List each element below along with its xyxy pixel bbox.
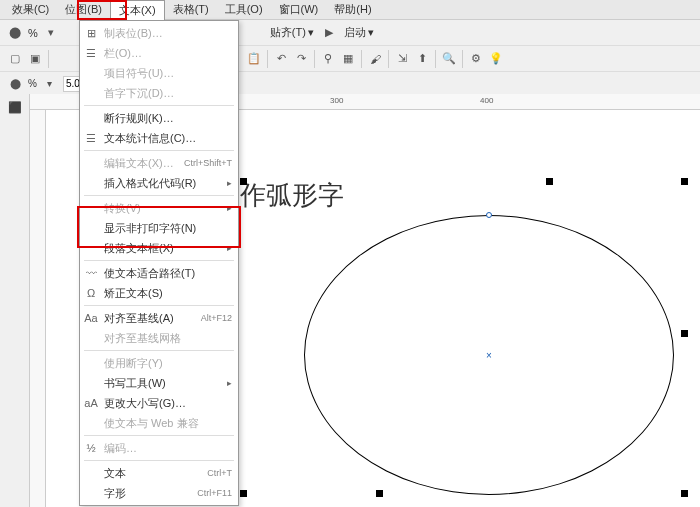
selection-handle[interactable] (681, 330, 688, 337)
menu-item-label: 插入格式化代码(R) (104, 176, 196, 191)
pct-icon[interactable]: ⬤ (6, 24, 24, 42)
redo-icon[interactable]: ↷ (292, 50, 310, 68)
menu-item-label: 使用断字(Y) (104, 356, 163, 371)
menu-item: ☰栏(O)… (80, 43, 238, 63)
menu-effects[interactable]: 效果(C) (4, 0, 57, 19)
menu-item[interactable]: 字形Ctrl+F11 (80, 483, 238, 503)
menu-item: 首字下沉(D)… (80, 83, 238, 103)
menu-table[interactable]: 表格(T) (165, 0, 217, 19)
menu-item: 转换(V)▸ (80, 198, 238, 218)
menu-item[interactable]: ☰文本统计信息(C)… (80, 128, 238, 148)
paste-icon[interactable]: 📋 (245, 50, 263, 68)
menu-shortcut: Ctrl+Shift+T (184, 158, 232, 168)
ellipse-node[interactable] (486, 212, 492, 218)
menu-item-label: 转换(V) (104, 201, 141, 216)
snap-dropdown[interactable]: 贴齐(T) ▾ (268, 25, 316, 40)
menu-tools[interactable]: 工具(O) (217, 0, 271, 19)
menubar: 效果(C) 位图(B) 文本(X) 表格(T) 工具(O) 窗口(W) 帮助(H… (0, 0, 700, 20)
menu-item-label: 矫正文本(S) (104, 286, 163, 301)
menu-item[interactable]: 插入格式化代码(R)▸ (80, 173, 238, 193)
menu-item-icon: ☰ (84, 132, 98, 145)
menu-shortcut: Ctrl+T (207, 468, 232, 478)
selection-handle[interactable] (376, 490, 383, 497)
menu-item[interactable]: aA更改大小写(G)… (80, 393, 238, 413)
menu-item-icon: 〰 (84, 267, 98, 279)
menu-item-label: 项目符号(U)… (104, 66, 174, 81)
text-menu-dropdown: ⊞制表位(B)…☰栏(O)…项目符号(U)…首字下沉(D)…断行规则(K)…☰文… (79, 20, 239, 506)
undo-icon[interactable]: ↶ (272, 50, 290, 68)
menu-item-label: 编辑文本(X)… (104, 156, 174, 171)
caret-icon: ▾ (308, 26, 314, 39)
snap-label: 贴齐(T) (270, 25, 306, 40)
selection-handle[interactable] (546, 178, 553, 185)
menu-item-icon: ½ (84, 442, 98, 454)
menu-item-label: 制表位(B)… (104, 26, 163, 41)
zoom-icon[interactable]: 🔍 (440, 50, 458, 68)
menu-item-label: 首字下沉(D)… (104, 86, 174, 101)
menu-item-label: 栏(O)… (104, 46, 142, 61)
ellipse-center: × (486, 350, 492, 361)
tool-icon[interactable]: ▣ (26, 50, 44, 68)
canvas-text-object[interactable]: 作弧形字 (240, 178, 344, 213)
submenu-arrow-icon: ▸ (227, 203, 232, 213)
menu-item: 对齐至基线网格 (80, 328, 238, 348)
pct-label: % (28, 78, 37, 89)
selection-handle[interactable] (681, 490, 688, 497)
menu-item-label: 段落文本框(X) (104, 241, 174, 256)
options-icon[interactable]: ⚙ (467, 50, 485, 68)
ruler-tick: 400 (480, 96, 493, 105)
menu-item[interactable]: 〰使文本适合路径(T) (80, 263, 238, 283)
export-icon[interactable]: ⇲ (393, 50, 411, 68)
menu-item-label: 对齐至基线(A) (104, 311, 174, 326)
selection-handle[interactable] (240, 490, 247, 497)
hint-icon[interactable]: 💡 (487, 50, 505, 68)
menu-text[interactable]: 文本(X) (110, 0, 165, 20)
pct-label: % (28, 27, 38, 39)
launch-label: 启动 (344, 25, 366, 40)
submenu-arrow-icon: ▸ (227, 243, 232, 253)
menu-item-label: 更改大小写(G)… (104, 396, 186, 411)
menu-item: 使用断字(Y) (80, 353, 238, 373)
menu-item-label: 文本 (104, 466, 126, 481)
search-icon[interactable]: ⚲ (319, 50, 337, 68)
menu-item-icon: Ω (84, 287, 98, 299)
menu-help[interactable]: 帮助(H) (326, 0, 379, 19)
menu-item-label: 编码… (104, 441, 137, 456)
pct-icon[interactable]: ⬤ (6, 75, 24, 93)
caret-icon[interactable]: ▾ (41, 75, 59, 93)
menu-item[interactable]: Aa对齐至基线(A)Alt+F12 (80, 308, 238, 328)
tool-icon[interactable]: ▢ (6, 50, 24, 68)
submenu-arrow-icon: ▸ (227, 178, 232, 188)
menu-item: ⊞制表位(B)… (80, 23, 238, 43)
menu-item[interactable]: 断行规则(K)… (80, 108, 238, 128)
image-icon[interactable]: ▦ (339, 50, 357, 68)
menu-item[interactable]: 文本Ctrl+T (80, 463, 238, 483)
ruler-tick: 300 (330, 96, 343, 105)
publish-icon[interactable]: ⬆ (413, 50, 431, 68)
menu-item-icon: Aa (84, 312, 98, 324)
caret-icon: ▾ (368, 26, 374, 39)
menu-item-label: 显示非打印字符(N) (104, 221, 196, 236)
menu-item: 编辑文本(X)…Ctrl+Shift+T (80, 153, 238, 173)
menu-item-icon: ☰ (84, 47, 98, 60)
menu-bitmap[interactable]: 位图(B) (57, 0, 110, 19)
menu-item-label: 文本统计信息(C)… (104, 131, 196, 146)
menu-item-label: 使文本与 Web 兼容 (104, 416, 199, 431)
menu-item[interactable]: 显示非打印字符(N) (80, 218, 238, 238)
brush-icon[interactable]: 🖌 (366, 50, 384, 68)
menu-item[interactable]: Ω矫正文本(S) (80, 283, 238, 303)
menu-item: 项目符号(U)… (80, 63, 238, 83)
launch-icon[interactable]: ▶ (320, 24, 338, 42)
menu-item: 使文本与 Web 兼容 (80, 413, 238, 433)
menu-window[interactable]: 窗口(W) (271, 0, 327, 19)
swatch-icon[interactable]: ⬛ (6, 98, 24, 116)
menu-item[interactable]: 段落文本框(X)▸ (80, 238, 238, 258)
menu-item-label: 书写工具(W) (104, 376, 166, 391)
menu-item[interactable]: 书写工具(W)▸ (80, 373, 238, 393)
menu-item-icon: aA (84, 397, 98, 409)
caret-icon[interactable]: ▾ (42, 24, 60, 42)
menu-item-label: 字形 (104, 486, 126, 501)
selection-handle[interactable] (681, 178, 688, 185)
launch-dropdown[interactable]: 启动 ▾ (342, 25, 376, 40)
menu-item-label: 对齐至基线网格 (104, 331, 181, 346)
